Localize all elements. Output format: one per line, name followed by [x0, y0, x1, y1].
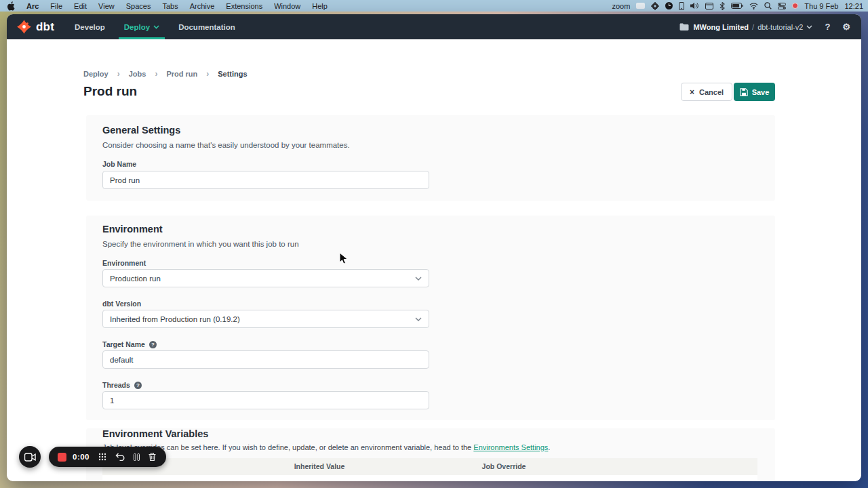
help-icon[interactable]: ?	[825, 22, 830, 32]
dbt-version-value: Inherited from Production run (0.19.2)	[110, 315, 240, 323]
help-circle-icon[interactable]: ?	[134, 382, 142, 389]
env-vars-table-header: Inherited Value Job Override	[102, 458, 757, 475]
breadcrumb-separator: ›	[155, 69, 157, 79]
target-name-input[interactable]: default	[102, 350, 429, 369]
menubar-item-spaces[interactable]: Spaces	[126, 2, 151, 10]
menubar-date[interactable]: Thu 9 Feb	[804, 2, 838, 10]
environment-select-value: Production run	[110, 274, 161, 283]
wifi-icon[interactable]	[749, 3, 758, 9]
breadcrumb-deploy[interactable]: Deploy	[83, 70, 108, 78]
gear-menubar-icon[interactable]	[651, 2, 659, 10]
page-title: Prod run	[83, 84, 137, 99]
dbt-version-select[interactable]: Inherited from Production run (0.19.2)	[102, 310, 429, 328]
menubar-item-edit[interactable]: Edit	[74, 2, 87, 10]
breadcrumb: Deploy › Jobs › Prod run › Settings	[83, 69, 248, 79]
cancel-label: Cancel	[699, 88, 724, 96]
dbt-logo-icon	[16, 19, 32, 35]
breadcrumb-separator: ›	[117, 69, 120, 79]
nav-deploy[interactable]: Deploy	[124, 14, 159, 39]
threads-input[interactable]: 1	[102, 391, 429, 409]
breadcrumb-settings: Settings	[218, 70, 247, 78]
bluetooth-icon[interactable]	[719, 2, 725, 10]
nav-develop-label: Develop	[75, 23, 105, 31]
screen-mirroring-icon[interactable]	[636, 3, 645, 9]
account-name: MWong Limited	[693, 23, 749, 31]
zoom-menubar-label[interactable]: zoom	[612, 2, 630, 10]
video-camera-icon	[24, 453, 36, 462]
menubar-item-window[interactable]: Window	[274, 2, 300, 10]
menubar-item-view[interactable]: View	[98, 2, 115, 10]
env-vars-table-row	[102, 475, 757, 481]
environment-select[interactable]: Production run	[102, 269, 429, 287]
job-name-label: Job Name	[102, 160, 136, 168]
breadcrumb-separator: ›	[206, 69, 209, 79]
chevron-down-icon	[415, 317, 422, 321]
breadcrumb-prod-run[interactable]: Prod run	[166, 70, 197, 78]
threads-label: Threads ?	[102, 381, 142, 389]
threads-label-text: Threads	[102, 381, 130, 389]
target-name-label-text: Target Name	[102, 340, 145, 348]
settings-gear-icon[interactable]: ⚙	[842, 22, 850, 32]
general-settings-section: General Settings Consider choosing a nam…	[86, 115, 775, 201]
drawing-tools-icon[interactable]	[98, 453, 106, 461]
delete-recording-icon[interactable]	[149, 453, 156, 461]
menubar-app-name[interactable]: Arc	[26, 2, 39, 10]
save-disk-icon	[740, 88, 748, 96]
environment-variables-description: Job level overrides can be set here. If …	[102, 443, 550, 451]
window-switcher-icon[interactable]	[705, 3, 713, 9]
chevron-down-icon	[806, 25, 812, 29]
stop-recording-button[interactable]	[58, 453, 66, 462]
battery-icon[interactable]	[731, 3, 743, 9]
target-name-value: default	[110, 356, 134, 364]
environment-section: Environment Specify the environment in w…	[86, 216, 775, 420]
breadcrumb-jobs[interactable]: Jobs	[129, 70, 146, 78]
recording-indicator-icon[interactable]	[792, 3, 798, 9]
save-label: Save	[752, 88, 770, 96]
dbt-logo[interactable]: dbt	[16, 19, 54, 35]
environment-variables-section: Environment Variables Job level override…	[86, 428, 775, 481]
close-icon: ×	[690, 87, 694, 97]
environment-title: Environment	[102, 224, 163, 235]
browser-window: dbt Develop Deploy Documentation MWong L…	[7, 14, 861, 481]
nav-documentation-label: Documentation	[178, 23, 235, 31]
dbt-brand-text: dbt	[36, 20, 54, 34]
restart-recording-icon[interactable]	[115, 453, 125, 461]
help-circle-icon[interactable]: ?	[149, 341, 157, 348]
menubar-time[interactable]: 12:21	[844, 2, 863, 10]
recording-toolbar: 0:00	[49, 447, 166, 467]
menubar-item-help[interactable]: Help	[312, 2, 328, 10]
account-separator: /	[752, 23, 754, 31]
pause-recording-icon[interactable]	[134, 453, 140, 461]
save-button[interactable]: Save	[734, 83, 775, 101]
apple-icon[interactable]	[7, 1, 15, 11]
environment-variables-title: Environment Variables	[102, 428, 208, 439]
menubar-item-archive[interactable]: Archive	[190, 2, 215, 10]
control-center-icon[interactable]	[778, 3, 786, 9]
chevron-down-icon	[415, 277, 422, 281]
macos-menubar: Arc File Edit View Spaces Tabs Archive E…	[0, 0, 868, 12]
threads-value: 1	[110, 396, 114, 405]
menubar-item-file[interactable]: File	[50, 2, 62, 10]
mouse-cursor	[339, 252, 348, 268]
dbt-top-nav: dbt Develop Deploy Documentation MWong L…	[7, 14, 861, 39]
nav-documentation[interactable]: Documentation	[178, 14, 235, 39]
clock-app-icon[interactable]	[665, 2, 673, 9]
chevron-down-icon	[153, 25, 159, 29]
volume-icon[interactable]	[690, 2, 699, 9]
job-name-input[interactable]: Prod run	[102, 171, 429, 189]
device-icon[interactable]	[679, 2, 684, 10]
nav-develop[interactable]: Develop	[75, 14, 105, 39]
active-tab-underline	[119, 37, 165, 39]
general-settings-title: General Settings	[102, 125, 180, 136]
spotlight-search-icon[interactable]	[764, 2, 772, 9]
dbt-version-label: dbt Version	[102, 300, 141, 308]
cancel-button[interactable]: × Cancel	[681, 83, 732, 101]
environments-settings-link[interactable]: Environments Settings	[473, 443, 548, 451]
menubar-item-tabs[interactable]: Tabs	[162, 2, 178, 10]
menubar-item-extensions[interactable]: Extensions	[226, 2, 262, 10]
camera-bubble-button[interactable]	[19, 446, 41, 468]
account-project-switcher[interactable]: MWong Limited / dbt-tutorial-v2	[679, 23, 812, 31]
job-name-value: Prod run	[110, 176, 140, 184]
column-job-override: Job Override	[482, 462, 526, 470]
column-inherited-value: Inherited Value	[294, 462, 345, 470]
